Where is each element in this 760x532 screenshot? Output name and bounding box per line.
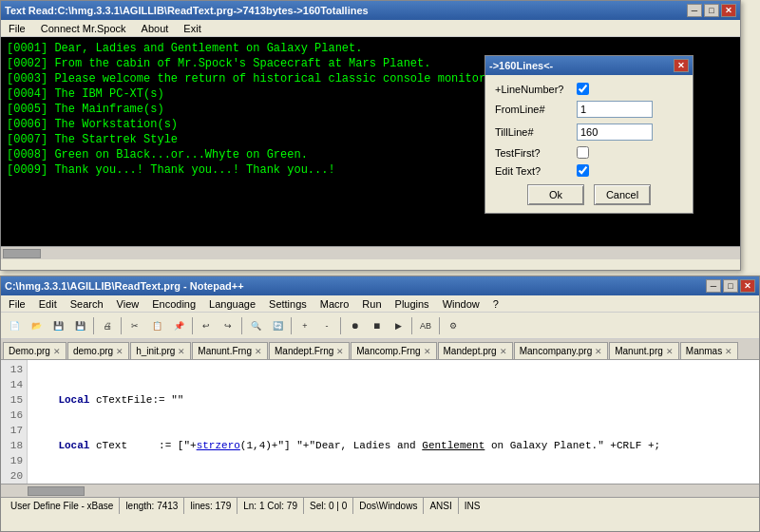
tab-mancomp-frng[interactable]: Mancomp.Frng ✕ (351, 342, 436, 359)
npp-close-button[interactable]: ✕ (740, 279, 755, 293)
top-window-controls: ─ □ ✕ (687, 4, 736, 17)
npp-maximize-button[interactable]: □ (723, 279, 738, 293)
npp-title: C:\hmg.3.3.1\AGILLIB\ReadText.prg - Note… (5, 280, 244, 292)
tab-close-icon[interactable]: ✕ (725, 347, 732, 356)
checkbox-linenumber[interactable] (577, 83, 589, 95)
toolbar-syntax[interactable]: AB (415, 315, 436, 336)
dialog-row-linenumber: +LineNumber? (495, 83, 683, 95)
tab-close-icon[interactable]: ✕ (178, 347, 185, 356)
checkbox-testfirst[interactable] (577, 146, 589, 159)
toolbar-sep-1 (93, 317, 94, 334)
dialog-close-button[interactable]: ✕ (674, 59, 689, 72)
menu-exit[interactable]: Exit (180, 22, 204, 35)
toolbar-replace[interactable]: 🔄 (267, 315, 288, 336)
toolbar-new[interactable]: 📄 (4, 315, 25, 336)
npp-menu-macro[interactable]: Macro (316, 297, 353, 311)
tab-mandept-prg[interactable]: Mandept.prg ✕ (438, 342, 513, 359)
tab-mandept-frng[interactable]: Mandept.Frng ✕ (269, 342, 350, 359)
toolbar-sep-7 (411, 317, 412, 334)
npp-menu-help[interactable]: ? (489, 297, 503, 311)
tab-close-icon[interactable]: ✕ (336, 347, 344, 356)
npp-menu-file[interactable]: File (5, 297, 29, 311)
input-fromline[interactable] (577, 101, 653, 118)
tab-close-icon[interactable]: ✕ (500, 347, 507, 356)
line-num-14: 14 (5, 377, 23, 392)
npp-menu-edit[interactable]: Edit (35, 297, 61, 311)
npp-minimize-button[interactable]: ─ (706, 279, 721, 293)
line-num-18: 18 (5, 438, 23, 453)
horizontal-scrollbar[interactable] (1, 246, 740, 259)
maximize-button[interactable]: □ (704, 4, 719, 17)
tab-h-init-prg[interactable]: h_init.prg ✕ (130, 342, 191, 359)
tab-close-icon[interactable]: ✕ (116, 347, 124, 356)
tab-mancompany-prg[interactable]: Mancompany.prg ✕ (514, 342, 609, 359)
checkbox-edittext[interactable] (577, 164, 589, 177)
line-numbers: 13 14 15 16 17 18 19 20 (1, 360, 28, 484)
input-tillline[interactable] (577, 124, 653, 141)
npp-scrollbar-thumb[interactable] (28, 486, 85, 496)
code-text[interactable]: Local cTextFile:= "" Local cText := ["+s… (28, 360, 759, 484)
toolbar-save[interactable]: 💾 (48, 315, 68, 336)
toolbar-stop[interactable]: ⏹ (366, 315, 387, 336)
tab-manunt-prg[interactable]: Manunt.prg ✕ (609, 342, 679, 359)
line-num-16: 16 (5, 408, 23, 423)
menu-file[interactable]: File (5, 22, 29, 35)
close-button[interactable]: ✕ (721, 4, 736, 17)
toolbar-play[interactable]: ▶ (388, 315, 408, 336)
npp-menu-search[interactable]: Search (66, 297, 107, 311)
toolbar-cut[interactable]: ✂ (124, 315, 145, 336)
npp-menu-language[interactable]: Language (205, 297, 259, 311)
tab-close-icon[interactable]: ✕ (53, 347, 61, 356)
line-num-19: 19 (5, 453, 23, 468)
toolbar-copy[interactable]: 📋 (146, 315, 167, 336)
toolbar-extra1[interactable]: ⚙ (443, 315, 464, 336)
tab-demo-prg2[interactable]: demo.prg ✕ (67, 342, 129, 359)
line-num-13: 13 (5, 362, 23, 377)
npp-status-bar: User Define File - xBase length: 7413 li… (1, 497, 759, 514)
toolbar-paste[interactable]: 📌 (168, 315, 189, 336)
npp-menu-window[interactable]: Window (439, 297, 484, 311)
npp-scrollbar[interactable] (1, 484, 759, 497)
dialog-row-edittext: Edit Text? (495, 164, 683, 177)
minimize-button[interactable]: ─ (687, 4, 702, 17)
status-ln-col: Ln: 1 Col: 79 (238, 498, 304, 514)
toolbar-open[interactable]: 📂 (26, 315, 47, 336)
top-menu-bar: File Connect Mr.Spock About Exit (1, 20, 740, 37)
toolbar-saveall[interactable]: 💾 (69, 315, 90, 336)
menu-about[interactable]: About (138, 22, 173, 35)
tab-close-icon[interactable]: ✕ (595, 347, 602, 356)
tab-manmas[interactable]: Manmas ✕ (680, 342, 738, 359)
npp-menu-encoding[interactable]: Encoding (148, 297, 200, 311)
code-editor[interactable]: 13 14 15 16 17 18 19 20 Local cTextFile:… (1, 360, 759, 484)
dialog-buttons: Ok Cancel (495, 184, 683, 205)
toolbar-print[interactable]: 🖨 (97, 315, 118, 336)
npp-window: C:\hmg.3.3.1\AGILLIB\ReadText.prg - Note… (0, 276, 760, 532)
npp-menu-settings[interactable]: Settings (265, 297, 311, 311)
ok-button[interactable]: Ok (527, 184, 584, 205)
tab-close-icon[interactable]: ✕ (424, 347, 431, 356)
tab-close-icon[interactable]: ✕ (666, 347, 674, 356)
toolbar-find[interactable]: 🔍 (245, 315, 266, 336)
label-fromline: FromLine# (495, 104, 571, 115)
toolbar-sep-6 (340, 317, 341, 334)
tab-demo-prg[interactable]: Demo.prg ✕ (3, 342, 66, 359)
status-sel: Sel: 0 | 0 (304, 498, 353, 514)
toolbar-record[interactable]: ⏺ (344, 315, 365, 336)
toolbar-zoomout[interactable]: - (316, 315, 337, 336)
tab-manunt-frng[interactable]: Manunt.Frng ✕ (192, 342, 268, 359)
toolbar-zoomin[interactable]: + (294, 315, 315, 336)
status-length: length: 7413 (120, 498, 184, 514)
tab-close-icon[interactable]: ✕ (255, 347, 262, 356)
toolbar-undo[interactable]: ↩ (196, 315, 217, 336)
scrollbar-thumb[interactable] (3, 249, 41, 258)
dialog-body: +LineNumber? FromLine# TillLine# TestFir… (485, 75, 693, 213)
npp-menu-run[interactable]: Run (358, 297, 385, 311)
npp-menu-plugins[interactable]: Plugins (391, 297, 433, 311)
npp-toolbar: 📄 📂 💾 💾 🖨 ✂ 📋 📌 ↩ ↪ 🔍 🔄 + - ⏺ ⏹ ▶ AB ⚙ (1, 313, 759, 339)
toolbar-redo[interactable]: ↪ (218, 315, 238, 336)
cancel-button[interactable]: Cancel (594, 184, 651, 205)
menu-connect[interactable]: Connect Mr.Spock (37, 22, 130, 35)
npp-menu-view[interactable]: View (113, 297, 143, 311)
label-testfirst: TestFirst? (495, 147, 571, 159)
label-edittext: Edit Text? (495, 165, 571, 177)
